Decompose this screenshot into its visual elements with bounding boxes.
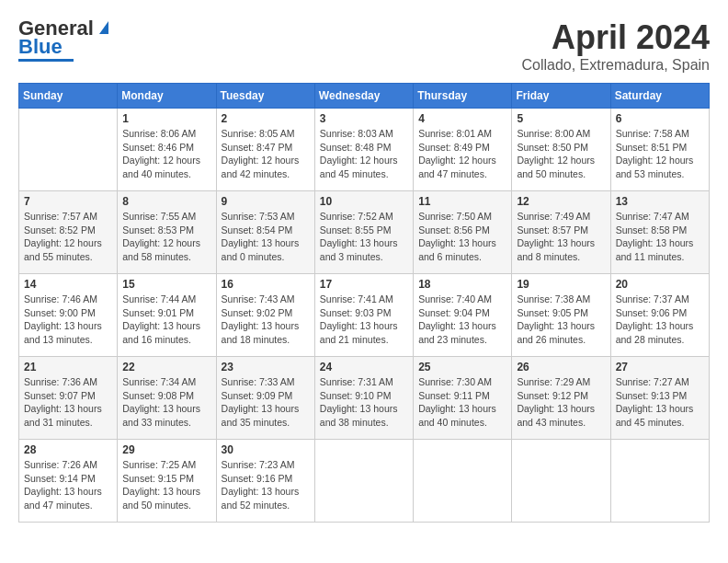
day-number: 1: [122, 112, 210, 125]
day-info: Sunrise: 8:05 AM Sunset: 8:47 PM Dayligh…: [222, 127, 310, 181]
calendar-header-cell: Monday: [118, 84, 216, 109]
calendar-day-cell: 7Sunrise: 7:57 AM Sunset: 8:52 PM Daylig…: [19, 191, 118, 274]
calendar-day-cell: 1Sunrise: 8:06 AM Sunset: 8:46 PM Daylig…: [118, 109, 216, 191]
day-number: 12: [517, 195, 605, 208]
day-info: Sunrise: 7:31 AM Sunset: 9:10 PM Dayligh…: [320, 375, 408, 430]
day-number: 3: [320, 112, 408, 125]
day-number: 16: [222, 278, 310, 291]
day-number: 13: [616, 195, 704, 208]
day-info: Sunrise: 7:29 AM Sunset: 9:12 PM Dayligh…: [517, 375, 605, 430]
day-info: Sunrise: 7:55 AM Sunset: 8:53 PM Dayligh…: [122, 210, 210, 264]
calendar-day-cell: 11Sunrise: 7:50 AM Sunset: 8:56 PM Dayli…: [414, 191, 512, 274]
day-number: 9: [222, 195, 310, 208]
calendar-header: SundayMondayTuesdayWednesdayThursdayFrid…: [19, 84, 710, 109]
day-info: Sunrise: 7:43 AM Sunset: 9:02 PM Dayligh…: [222, 293, 310, 347]
day-number: 2: [222, 112, 310, 125]
calendar-header-cell: Thursday: [414, 84, 512, 109]
calendar-day-cell: 27Sunrise: 7:27 AM Sunset: 9:13 PM Dayli…: [610, 357, 709, 440]
day-number: 6: [616, 112, 704, 125]
logo-arrow-icon: [95, 17, 113, 36]
day-number: 28: [24, 443, 112, 456]
calendar-day-cell: 17Sunrise: 7:41 AM Sunset: 9:03 PM Dayli…: [314, 274, 413, 357]
day-info: Sunrise: 7:26 AM Sunset: 9:14 PM Dayligh…: [24, 458, 112, 512]
day-info: Sunrise: 7:58 AM Sunset: 8:51 PM Dayligh…: [616, 127, 704, 181]
day-info: Sunrise: 7:57 AM Sunset: 8:52 PM Dayligh…: [24, 210, 112, 264]
calendar-day-cell: [414, 440, 512, 523]
calendar-day-cell: 28Sunrise: 7:26 AM Sunset: 9:14 PM Dayli…: [19, 440, 118, 523]
calendar-day-cell: 20Sunrise: 7:37 AM Sunset: 9:06 PM Dayli…: [610, 274, 709, 357]
calendar-week-row: 28Sunrise: 7:26 AM Sunset: 9:14 PM Dayli…: [19, 440, 710, 523]
calendar-week-row: 1Sunrise: 8:06 AM Sunset: 8:46 PM Daylig…: [19, 109, 710, 191]
calendar-day-cell: 16Sunrise: 7:43 AM Sunset: 9:02 PM Dayli…: [216, 274, 314, 357]
calendar-week-row: 14Sunrise: 7:46 AM Sunset: 9:00 PM Dayli…: [19, 274, 710, 357]
day-info: Sunrise: 8:06 AM Sunset: 8:46 PM Dayligh…: [122, 127, 210, 181]
logo: General Blue: [18, 18, 113, 62]
svg-marker-0: [99, 21, 108, 34]
calendar-day-cell: 25Sunrise: 7:30 AM Sunset: 9:11 PM Dayli…: [414, 357, 512, 440]
calendar-week-row: 21Sunrise: 7:36 AM Sunset: 9:07 PM Dayli…: [19, 357, 710, 440]
day-info: Sunrise: 8:01 AM Sunset: 8:49 PM Dayligh…: [418, 127, 506, 181]
day-number: 27: [616, 361, 704, 373]
calendar-table: SundayMondayTuesdayWednesdayThursdayFrid…: [18, 83, 710, 523]
calendar-day-cell: 10Sunrise: 7:52 AM Sunset: 8:55 PM Dayli…: [314, 191, 413, 274]
calendar-week-row: 7Sunrise: 7:57 AM Sunset: 8:52 PM Daylig…: [19, 191, 710, 274]
calendar-day-cell: 18Sunrise: 7:40 AM Sunset: 9:04 PM Dayli…: [414, 274, 512, 357]
logo-line: [18, 59, 74, 62]
day-number: 7: [24, 195, 112, 208]
day-number: 15: [122, 278, 210, 291]
day-number: 22: [122, 361, 210, 373]
day-number: 24: [320, 361, 408, 373]
day-info: Sunrise: 7:46 AM Sunset: 9:00 PM Dayligh…: [24, 293, 112, 347]
day-info: Sunrise: 7:30 AM Sunset: 9:11 PM Dayligh…: [418, 375, 506, 430]
day-info: Sunrise: 8:00 AM Sunset: 8:50 PM Dayligh…: [517, 127, 605, 181]
day-info: Sunrise: 7:34 AM Sunset: 9:08 PM Dayligh…: [122, 375, 210, 430]
calendar-header-cell: Saturday: [610, 84, 709, 109]
day-number: 10: [320, 195, 408, 208]
calendar-day-cell: [512, 440, 610, 523]
calendar-day-cell: 21Sunrise: 7:36 AM Sunset: 9:07 PM Dayli…: [19, 357, 118, 440]
day-number: 17: [320, 278, 408, 291]
day-info: Sunrise: 7:52 AM Sunset: 8:55 PM Dayligh…: [320, 210, 408, 264]
day-number: 29: [122, 443, 210, 456]
page-title: April 2024: [521, 18, 710, 57]
calendar-day-cell: [314, 440, 413, 523]
day-info: Sunrise: 7:50 AM Sunset: 8:56 PM Dayligh…: [418, 210, 506, 264]
calendar-day-cell: 26Sunrise: 7:29 AM Sunset: 9:12 PM Dayli…: [512, 357, 610, 440]
calendar-header-row: SundayMondayTuesdayWednesdayThursdayFrid…: [19, 84, 710, 109]
calendar-day-cell: 15Sunrise: 7:44 AM Sunset: 9:01 PM Dayli…: [118, 274, 216, 357]
day-number: 30: [222, 443, 310, 456]
calendar-day-cell: 13Sunrise: 7:47 AM Sunset: 8:58 PM Dayli…: [610, 191, 709, 274]
calendar-day-cell: 12Sunrise: 7:49 AM Sunset: 8:57 PM Dayli…: [512, 191, 610, 274]
calendar-day-cell: 23Sunrise: 7:33 AM Sunset: 9:09 PM Dayli…: [216, 357, 314, 440]
day-info: Sunrise: 7:41 AM Sunset: 9:03 PM Dayligh…: [320, 293, 408, 347]
day-number: 25: [418, 361, 506, 373]
day-info: Sunrise: 7:38 AM Sunset: 9:05 PM Dayligh…: [517, 293, 605, 347]
calendar-day-cell: 9Sunrise: 7:53 AM Sunset: 8:54 PM Daylig…: [216, 191, 314, 274]
day-number: 21: [24, 361, 112, 373]
day-info: Sunrise: 7:36 AM Sunset: 9:07 PM Dayligh…: [24, 375, 112, 430]
day-number: 18: [418, 278, 506, 291]
day-info: Sunrise: 7:37 AM Sunset: 9:06 PM Dayligh…: [616, 293, 704, 347]
calendar-day-cell: [19, 109, 118, 191]
calendar-day-cell: 29Sunrise: 7:25 AM Sunset: 9:15 PM Dayli…: [118, 440, 216, 523]
day-info: Sunrise: 7:40 AM Sunset: 9:04 PM Dayligh…: [418, 293, 506, 347]
day-info: Sunrise: 7:23 AM Sunset: 9:16 PM Dayligh…: [222, 458, 310, 512]
day-number: 8: [122, 195, 210, 208]
calendar-day-cell: 3Sunrise: 8:03 AM Sunset: 8:48 PM Daylig…: [314, 109, 413, 191]
day-number: 23: [222, 361, 310, 373]
day-number: 26: [517, 361, 605, 373]
day-number: 4: [418, 112, 506, 125]
page-header: General Blue April 2024 Collado, Extrema…: [18, 18, 710, 74]
day-number: 5: [517, 112, 605, 125]
day-number: 11: [418, 195, 506, 208]
day-info: Sunrise: 7:33 AM Sunset: 9:09 PM Dayligh…: [222, 375, 310, 430]
calendar-day-cell: 22Sunrise: 7:34 AM Sunset: 9:08 PM Dayli…: [118, 357, 216, 440]
calendar-day-cell: 5Sunrise: 8:00 AM Sunset: 8:50 PM Daylig…: [512, 109, 610, 191]
title-block: April 2024 Collado, Extremadura, Spain: [521, 18, 710, 74]
day-number: 19: [517, 278, 605, 291]
day-info: Sunrise: 7:44 AM Sunset: 9:01 PM Dayligh…: [122, 293, 210, 347]
calendar-header-cell: Tuesday: [216, 84, 314, 109]
day-number: 20: [616, 278, 704, 291]
logo-blue: Blue: [18, 37, 63, 57]
calendar-body: 1Sunrise: 8:06 AM Sunset: 8:46 PM Daylig…: [19, 109, 710, 523]
